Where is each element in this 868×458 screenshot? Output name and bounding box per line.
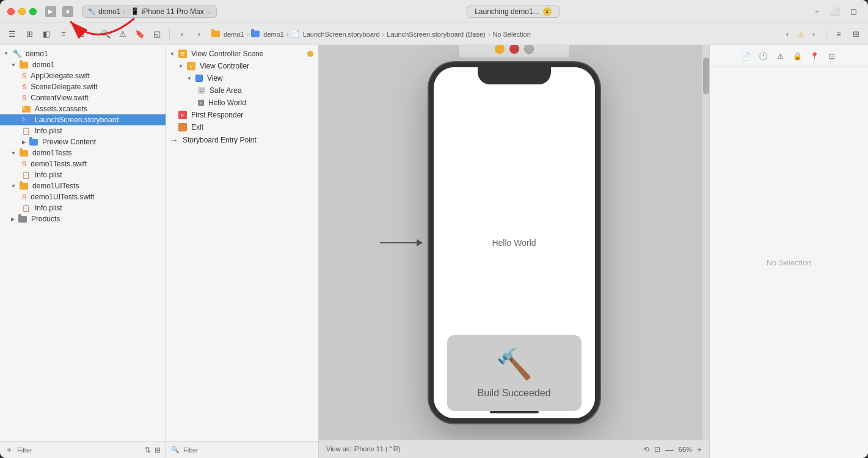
sidebar-item-appdelegate[interactable]: S AppDelegate.swift: [0, 70, 166, 81]
sidebar-item-products[interactable]: ▶ Products: [0, 213, 166, 224]
breadcrumb-label-3: LaunchScreen.storyboard: [303, 31, 380, 38]
sidebar-item-uitests-plist[interactable]: 📋 Info.plist: [0, 202, 166, 213]
sidebar-item-uitests-folder[interactable]: ▼ demo1UITests: [0, 180, 166, 191]
outline-filter-input[interactable]: [183, 446, 313, 454]
scene-icon: ☰: [178, 50, 187, 58]
outline-item-vc[interactable]: ▼ V View Controller: [166, 60, 318, 72]
editor-options-button[interactable]: ≡: [831, 27, 846, 42]
outline-item-helloworld[interactable]: L Hello World: [166, 97, 318, 109]
breadcrumb-item-3[interactable]: 📄 LaunchScreen.storyboard: [291, 30, 380, 38]
window-tile-button[interactable]: ⬜: [828, 4, 842, 19]
breadcrumb-item-2[interactable]: demo1: [251, 31, 284, 38]
inspector-location-button[interactable]: 📍: [808, 49, 822, 64]
sidebar-item-preview-content[interactable]: ▶ Preview Content: [0, 136, 166, 147]
vertical-scrollbar[interactable]: [702, 45, 709, 440]
back-button[interactable]: ‹: [175, 27, 189, 42]
sidebar-add-icon[interactable]: ＋: [5, 445, 13, 456]
device-icon: 📱: [131, 7, 139, 15]
expand-triangle-view: ▼: [187, 76, 192, 81]
canvas-zoom-out[interactable]: —: [665, 445, 674, 454]
scheme-selector[interactable]: 🔧 demo1 › 📱 iPhone 11 Pro Max ⌄: [82, 6, 217, 18]
outline-item-view[interactable]: ▼ View: [166, 72, 318, 84]
scheme-name: demo1: [98, 7, 121, 16]
main-toolbar: ☰ ⊞ ◧ ≡ ⊟ 🔍 ⚠ 🔖 ◱ ‹ › demo1 › demo1 › 📄: [0, 23, 868, 45]
breadcrumb-label-2: demo1: [263, 31, 284, 38]
sidebar-item-scenedelegate[interactable]: S SceneDelegate.swift: [0, 81, 166, 92]
sidebar-options-icon[interactable]: ⊞: [155, 446, 161, 454]
dot-gray[interactable]: [524, 45, 534, 54]
traffic-lights: [7, 8, 37, 15]
breadcrumb-item-1[interactable]: demo1: [211, 31, 244, 38]
outline-item-safearea[interactable]: ☐ Safe Area: [166, 84, 318, 97]
breadcrumb-sep-4: ›: [488, 31, 491, 38]
minimize-button[interactable]: [18, 8, 26, 15]
canvas-options-button[interactable]: ⟲: [643, 445, 649, 454]
sidebar-sort-icon[interactable]: ⇅: [145, 446, 151, 454]
separator-3: [826, 28, 826, 40]
sidebar-item-assets[interactable]: A Assets.xcassets: [0, 103, 166, 114]
outline-item-exit[interactable]: ⬚ Exit: [166, 121, 318, 133]
compare-button[interactable]: ⊟: [73, 27, 88, 42]
next-issue-button[interactable]: ›: [806, 27, 821, 42]
inspector-history-button[interactable]: 🕐: [756, 49, 771, 64]
dot-red[interactable]: [509, 45, 519, 54]
window-full-button[interactable]: ◻: [846, 4, 861, 19]
run-button[interactable]: ▶: [45, 6, 56, 17]
arrow-line: [380, 242, 417, 243]
scrollbar-thumb-vertical[interactable]: [703, 57, 709, 94]
build-succeeded-overlay: 🔨 Build Succeeded: [447, 335, 582, 411]
sidebar-item-tests-folder[interactable]: ▼ demo1Tests: [0, 147, 166, 158]
inspector-file-button[interactable]: 📄: [739, 49, 754, 64]
plist-icon-3: 📋: [22, 204, 31, 212]
expand-triangle-products: ▶: [11, 216, 15, 222]
inspector-content: No Selection: [710, 67, 868, 458]
canvas-scroll[interactable]: Hello World 🔨 Build Succeeded: [319, 45, 709, 440]
safearea-icon: ☐: [198, 87, 205, 94]
list-button[interactable]: ≡: [56, 27, 71, 42]
expand-triangle-demo1: ▼: [11, 62, 16, 68]
search-button[interactable]: 🔍: [98, 27, 113, 42]
outline-item-scene[interactable]: ▼ ☰ View Controller Scene: [166, 48, 318, 60]
breadcrumb-sep-1: ›: [247, 31, 249, 38]
project-icon: [211, 31, 220, 37]
sidebar-item-demo1-folder[interactable]: ▼ demo1: [0, 59, 166, 70]
inspector-lock-button[interactable]: 🔒: [790, 49, 805, 64]
warning-nav-button[interactable]: ⚠: [115, 27, 130, 42]
collapse-button[interactable]: ◧: [39, 27, 54, 42]
canvas-zoom-in[interactable]: +: [697, 445, 702, 454]
stop-button[interactable]: ■: [62, 6, 73, 17]
breadcrumb-item-4[interactable]: LaunchScreen.storyboard (Base): [387, 31, 485, 38]
bookmark-button[interactable]: 🔖: [133, 27, 147, 42]
sidebar-label-demo1: demo1: [32, 61, 55, 69]
uitests-folder-icon: [20, 183, 28, 190]
sidebar-item-info-plist[interactable]: 📋 Info.plist: [0, 125, 166, 136]
sidebar-toggle-button[interactable]: ☰: [5, 27, 20, 42]
sidebar-filter-input[interactable]: [17, 446, 141, 454]
sidebar-item-launchscreen[interactable]: S LaunchScreen.storyboard: [0, 114, 166, 125]
hierarchy-button[interactable]: ⊞: [22, 27, 37, 42]
outline-label-firstresponder: First Responder: [191, 111, 243, 119]
inspector-resize-button[interactable]: ⊡: [825, 49, 839, 64]
preview-folder-icon: [29, 139, 38, 146]
expand-triangle-vc: ▼: [178, 64, 183, 69]
sidebar-item-tests-swift[interactable]: S demo1Tests.swift: [0, 158, 166, 169]
warning-badge: 1: [543, 7, 552, 16]
maximize-button[interactable]: [29, 8, 37, 15]
phone-container: Hello World 🔨 Build Succeeded: [429, 62, 600, 423]
close-button[interactable]: [7, 8, 15, 15]
related-files-button[interactable]: ◱: [150, 27, 164, 42]
sidebar-item-contentview[interactable]: S ContentView.swift: [0, 92, 166, 103]
inspector-warning-button[interactable]: ⚠: [773, 49, 788, 64]
prev-issue-button[interactable]: ‹: [780, 27, 795, 42]
sidebar-item-project[interactable]: ▼ 🔧 demo1: [0, 48, 166, 59]
canvas-fit-button[interactable]: ⊡: [654, 445, 660, 454]
editor-layout-button[interactable]: ⊞: [848, 27, 863, 42]
add-button[interactable]: ＋: [809, 4, 824, 19]
breadcrumb-item-5[interactable]: No Selection: [492, 31, 530, 38]
sidebar-item-uitests-swift[interactable]: S demo1UITests.swift: [0, 191, 166, 202]
forward-button[interactable]: ›: [192, 27, 206, 42]
outline-item-firstresponder[interactable]: F First Responder: [166, 109, 318, 121]
sidebar-item-tests-plist[interactable]: 📋 Info.plist: [0, 169, 166, 180]
outline-item-entrypoint[interactable]: → Storyboard Entry Point: [166, 133, 318, 147]
dot-yellow[interactable]: [495, 45, 505, 54]
